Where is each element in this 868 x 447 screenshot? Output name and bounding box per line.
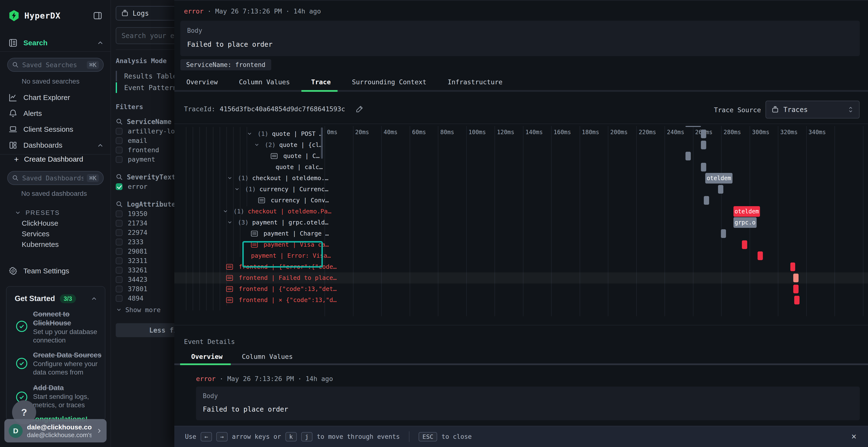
caret-down-icon[interactable] xyxy=(227,175,233,181)
span-bar-error-active[interactable] xyxy=(793,274,799,282)
trace-source-select[interactable]: Traces xyxy=(766,101,860,118)
collapse-sidebar-icon[interactable] xyxy=(93,11,102,21)
checkbox[interactable] xyxy=(116,210,123,217)
tab-overview[interactable]: Overview xyxy=(191,353,222,360)
preset-services[interactable]: Services xyxy=(22,228,104,239)
span-bar[interactable] xyxy=(721,229,726,238)
chevron-up-icon[interactable] xyxy=(96,39,104,47)
span-bar-error[interactable] xyxy=(757,251,763,260)
tab-column-values[interactable]: Column Values xyxy=(242,353,293,360)
span-row-error[interactable]: (1) checkout | oteldemo.Pa… xyxy=(174,206,326,217)
filter-option[interactable]: 19350 xyxy=(116,209,174,218)
preset-kubernetes[interactable]: Kubernetes xyxy=(22,239,104,250)
preset-clickhouse[interactable]: ClickHouse xyxy=(22,218,104,229)
filter-option[interactable]: 21734 xyxy=(116,218,174,228)
span-bar-error-labeled[interactable]: oteldem xyxy=(734,206,760,217)
get-started-item[interactable]: Create Data Sources Configure where your… xyxy=(33,351,103,376)
span-bar-error[interactable] xyxy=(793,285,799,294)
filter-option[interactable]: 32311 xyxy=(116,256,174,265)
filter-option[interactable]: email xyxy=(116,136,174,145)
checkbox-checked[interactable] xyxy=(116,183,123,190)
sidebar-item-team-settings[interactable]: Team Settings xyxy=(8,265,105,277)
filter-group-severitytext[interactable]: SeverityText xyxy=(116,172,174,182)
caret-down-icon[interactable] xyxy=(247,131,252,137)
tab-infrastructure[interactable]: Infrastructure xyxy=(448,78,503,86)
tab-overview[interactable]: Overview xyxy=(186,78,218,86)
edit-pencil-icon[interactable] xyxy=(355,105,364,113)
span-bar[interactable] xyxy=(685,152,691,161)
span-row[interactable]: payment | Charge … xyxy=(174,228,326,239)
tab-trace[interactable]: Trace xyxy=(311,78,331,86)
mode-results-table[interactable]: Results Table xyxy=(116,70,174,82)
span-bar-labeled[interactable]: oteldem xyxy=(705,173,733,183)
span-bar-error[interactable] xyxy=(790,263,795,271)
span-bar-error[interactable] xyxy=(794,296,800,304)
tab-column-values[interactable]: Column Values xyxy=(239,78,290,86)
filter-option[interactable]: 29081 xyxy=(116,247,174,256)
span-bar[interactable] xyxy=(701,163,706,171)
checkbox[interactable] xyxy=(116,147,123,153)
show-more-button[interactable]: Show more xyxy=(116,304,174,315)
filter-option[interactable]: frontend xyxy=(116,145,174,154)
span-row[interactable]: (1) checkout | oteldemo.… xyxy=(174,173,326,184)
filter-option[interactable]: 37801 xyxy=(116,284,174,294)
span-row[interactable]: (2) quote | {cl… xyxy=(174,139,326,150)
span-row[interactable]: (1) quote | POST … xyxy=(174,128,326,139)
checkbox[interactable] xyxy=(116,248,123,255)
checkbox[interactable] xyxy=(116,137,123,144)
filter-option[interactable]: 4894 xyxy=(116,294,174,303)
span-bar-error[interactable] xyxy=(742,240,747,249)
mode-event-patterns[interactable]: Event Patterns xyxy=(116,82,174,94)
filter-option[interactable]: artillery-loa xyxy=(116,127,174,136)
span-bar[interactable] xyxy=(701,130,706,138)
filter-option[interactable]: 22974 xyxy=(116,228,174,237)
sidebar-item-dashboards[interactable]: Dashboards xyxy=(8,139,105,151)
checkbox[interactable] xyxy=(116,276,123,283)
span-bar-labeled[interactable]: grpc.o xyxy=(734,217,756,228)
tree-scrollbar[interactable] xyxy=(321,128,323,159)
checkbox[interactable] xyxy=(116,267,123,274)
user-profile-chip[interactable]: D dale@clickhouse.com dale@clickhouse.co… xyxy=(4,419,106,442)
span-row[interactable]: quote | calc… xyxy=(174,162,326,173)
checkbox[interactable] xyxy=(116,220,123,227)
less-filters-button[interactable]: Less filters xyxy=(116,323,174,337)
span-row[interactable]: quote | C… xyxy=(174,150,326,162)
filter-option[interactable]: payment xyxy=(116,154,174,164)
filter-group-servicename[interactable]: ServiceName xyxy=(116,117,174,127)
filter-option[interactable]: 34423 xyxy=(116,275,174,284)
filter-option-error[interactable]: error xyxy=(116,182,174,191)
saved-searches-input[interactable]: Saved Searches ⌘K xyxy=(7,58,104,72)
span-row-error[interactable]: frontend | {"code":13,"det… xyxy=(174,283,326,295)
span-bar-partial[interactable] xyxy=(685,126,701,127)
chevron-up-icon[interactable] xyxy=(90,295,98,302)
service-name-chip[interactable]: ServiceName: frontend xyxy=(180,59,271,70)
chevron-up-icon[interactable] xyxy=(96,142,104,149)
sidebar-item-chart-explorer[interactable]: Chart Explorer xyxy=(8,92,105,104)
checkbox[interactable] xyxy=(116,295,123,302)
filter-option[interactable]: 33261 xyxy=(116,265,174,275)
event-search-input[interactable]: Search your e xyxy=(116,27,174,44)
source-select-button[interactable]: Logs xyxy=(116,6,174,21)
caret-down-icon[interactable] xyxy=(222,208,228,214)
checkbox[interactable] xyxy=(116,286,123,293)
get-started-item[interactable]: Connect to ClickHouse Set up your databa… xyxy=(33,310,98,344)
checkbox[interactable] xyxy=(116,239,123,245)
caret-down-icon[interactable] xyxy=(254,142,260,148)
span-bar[interactable] xyxy=(718,185,723,194)
span-row[interactable]: currency | Conv… xyxy=(174,195,326,206)
sidebar-item-alerts[interactable]: Alerts xyxy=(8,107,105,119)
span-row-error[interactable]: frontend | × {"code":13,"d… xyxy=(174,295,326,306)
span-row-error-active[interactable]: frontend | Failed to place… xyxy=(174,272,326,283)
span-row[interactable]: (1) currency | Currenc… xyxy=(174,184,326,195)
checkbox[interactable] xyxy=(116,229,123,236)
get-started-item[interactable]: Add Data Start sending logs, metrics, or… xyxy=(33,383,103,409)
saved-dashboards-input[interactable]: Saved Dashboards ⌘K xyxy=(7,171,104,185)
tab-surrounding-context[interactable]: Surrounding Context xyxy=(352,78,427,86)
checkbox[interactable] xyxy=(116,128,123,135)
checkbox[interactable] xyxy=(116,156,123,163)
caret-down-icon[interactable] xyxy=(227,219,233,225)
span-row[interactable]: (3) payment | grpc.oteld… xyxy=(174,217,326,228)
sidebar-item-search[interactable]: Search xyxy=(8,37,105,49)
span-bar[interactable] xyxy=(701,141,706,149)
caret-down-icon[interactable] xyxy=(234,186,240,192)
